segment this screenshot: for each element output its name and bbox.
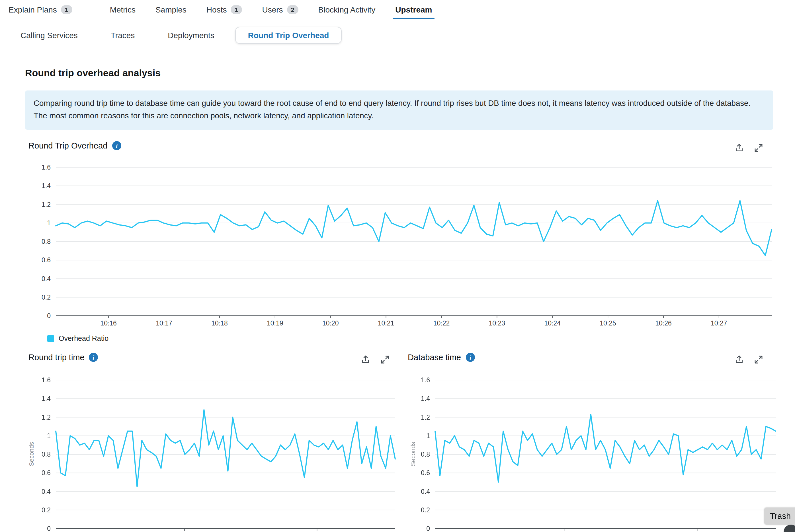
svg-text:10:21: 10:21 — [378, 320, 394, 327]
users-count-badge: 2 — [287, 5, 299, 14]
expand-icon[interactable] — [378, 353, 392, 366]
svg-text:10:16: 10:16 — [100, 320, 117, 327]
svg-text:10:23: 10:23 — [489, 320, 505, 327]
overhead-ratio-chart[interactable]: 00.20.40.60.811.21.41.610:1610:1710:1810… — [25, 158, 773, 329]
chart-title: Database time — [408, 353, 461, 362]
svg-text:1.6: 1.6 — [41, 164, 51, 171]
export-icon[interactable] — [733, 141, 746, 155]
svg-text:i: i — [93, 354, 95, 361]
svg-text:10:22: 10:22 — [433, 320, 450, 327]
database-time-actions — [733, 353, 765, 366]
svg-text:0.2: 0.2 — [421, 507, 430, 514]
svg-text:1.6: 1.6 — [421, 376, 430, 384]
legend-overhead-ratio[interactable]: Overhead Ratio — [47, 335, 108, 343]
tab-label: Metrics — [110, 5, 135, 14]
subtab-calling-services[interactable]: Calling Services — [8, 27, 90, 44]
svg-text:10:26: 10:26 — [655, 320, 672, 327]
subtab-traces[interactable]: Traces — [99, 27, 147, 44]
legend-label: Overhead Ratio — [59, 335, 108, 343]
trash-button[interactable]: Trash — [764, 508, 795, 525]
app-root: Explain Plans 1 Metrics Samples Hosts 1 … — [0, 0, 795, 532]
svg-text:1.4: 1.4 — [41, 182, 51, 189]
hosts-count-badge: 1 — [231, 5, 242, 14]
tab-samples[interactable]: Samples — [156, 0, 186, 19]
info-banner: Comparing round trip time to database ti… — [25, 91, 773, 130]
expand-icon[interactable] — [752, 141, 765, 155]
svg-text:0.2: 0.2 — [41, 293, 51, 301]
tab-label: Samples — [156, 5, 186, 14]
svg-text:0: 0 — [47, 525, 51, 532]
svg-text:10:18: 10:18 — [211, 320, 228, 327]
subtab-deployments[interactable]: Deployments — [156, 27, 226, 44]
svg-text:0.8: 0.8 — [41, 238, 51, 245]
expand-icon[interactable] — [752, 353, 765, 366]
svg-text:0.4: 0.4 — [41, 488, 51, 495]
svg-text:1.4: 1.4 — [421, 395, 430, 402]
svg-text:10:27: 10:27 — [711, 320, 727, 327]
info-icon[interactable]: i — [89, 353, 98, 362]
svg-text:0.8: 0.8 — [41, 451, 51, 458]
svg-text:0: 0 — [426, 525, 430, 532]
svg-text:0.4: 0.4 — [421, 488, 430, 495]
overhead-chart-actions — [733, 141, 765, 155]
database-time-header: Database time i — [408, 353, 475, 362]
tab-explain-plans[interactable]: Explain Plans 1 — [8, 0, 72, 19]
svg-text:10:24: 10:24 — [544, 320, 561, 327]
round-trip-time-header: Round trip time i — [29, 353, 98, 362]
svg-text:i: i — [469, 354, 471, 361]
svg-text:0.6: 0.6 — [421, 469, 430, 476]
svg-text:1: 1 — [47, 432, 51, 439]
overhead-chart-header: Round Trip Overhead i — [29, 141, 121, 150]
svg-text:0.6: 0.6 — [41, 469, 51, 476]
svg-text:10:19: 10:19 — [267, 320, 283, 327]
svg-text:0.8: 0.8 — [421, 451, 430, 458]
svg-text:0.2: 0.2 — [41, 507, 51, 514]
info-icon[interactable]: i — [466, 353, 475, 362]
corner-cursor-dot — [783, 525, 795, 532]
tab-users[interactable]: Users 2 — [262, 0, 298, 19]
upstream-subtabs: Calling Services Traces Deployments Roun… — [0, 19, 795, 52]
info-icon[interactable]: i — [112, 141, 121, 150]
legend-swatch — [47, 335, 54, 342]
subtab-round-trip-overhead[interactable]: Round Trip Overhead — [235, 27, 342, 44]
tab-label: Blocking Activity — [318, 5, 376, 14]
tab-label: Upstream — [395, 5, 432, 14]
svg-text:1.4: 1.4 — [41, 395, 51, 402]
round-trip-time-chart[interactable]: 00.20.40.60.811.21.41.610:2010:25 — [25, 369, 401, 532]
svg-text:0.4: 0.4 — [41, 275, 51, 283]
tab-label: Hosts — [206, 5, 227, 14]
round-trip-time-actions — [359, 353, 392, 366]
svg-text:1.2: 1.2 — [41, 414, 51, 421]
tab-metrics[interactable]: Metrics — [110, 0, 135, 19]
svg-text:1.2: 1.2 — [41, 201, 51, 208]
svg-text:0.6: 0.6 — [41, 256, 51, 264]
svg-text:1.6: 1.6 — [41, 376, 51, 384]
svg-text:1: 1 — [47, 219, 51, 227]
chart-title: Round trip time — [29, 353, 85, 362]
database-time-chart[interactable]: 00.20.40.60.811.21.41.610:2010:25 — [404, 369, 780, 532]
export-icon[interactable] — [733, 353, 746, 366]
chart-title: Round Trip Overhead — [29, 141, 107, 150]
explain-plans-count-badge: 1 — [61, 5, 72, 14]
svg-text:10:25: 10:25 — [600, 320, 616, 327]
tab-upstream[interactable]: Upstream — [395, 0, 432, 19]
svg-text:0: 0 — [47, 312, 51, 320]
svg-text:10:17: 10:17 — [156, 320, 172, 327]
top-nav: Explain Plans 1 Metrics Samples Hosts 1 … — [0, 0, 795, 19]
export-icon[interactable] — [359, 353, 373, 366]
page-title: Round trip overhead analysis — [25, 68, 161, 79]
svg-text:1: 1 — [426, 432, 430, 439]
tab-label: Explain Plans — [8, 5, 57, 14]
tab-blocking-activity[interactable]: Blocking Activity — [318, 0, 376, 19]
svg-text:10:20: 10:20 — [322, 320, 339, 327]
tab-label: Users — [262, 5, 283, 14]
svg-text:i: i — [115, 142, 118, 149]
tab-hosts[interactable]: Hosts 1 — [206, 0, 242, 19]
svg-text:1.2: 1.2 — [421, 414, 430, 421]
